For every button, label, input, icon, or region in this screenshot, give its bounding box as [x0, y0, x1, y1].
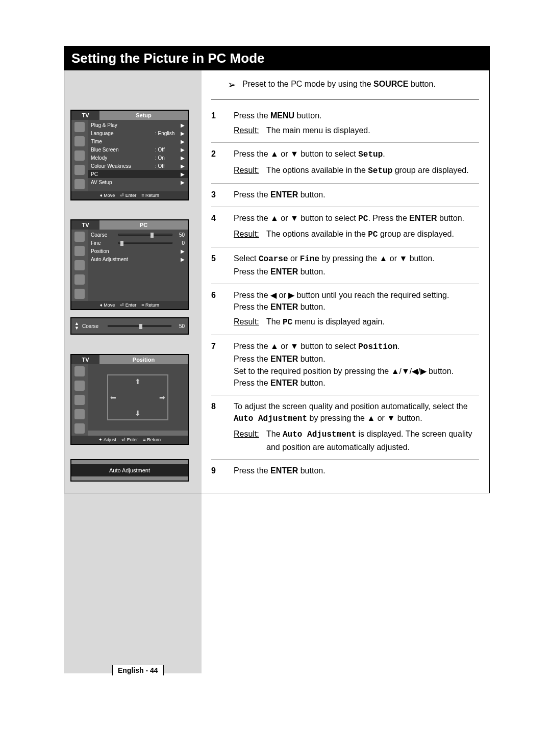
footer-adjust: Adjust: [104, 437, 116, 442]
osd-icon: [74, 260, 85, 270]
auto-adjustment-label: Auto Adjustment: [71, 460, 188, 481]
step: 3Press the ENTER button.: [211, 184, 479, 207]
osd-row: Auto Adjustment▶: [88, 255, 188, 263]
osd-pc-list: Coarse 50 Fine 0 Position▶Auto Adjustmen…: [88, 230, 188, 301]
osd-icon: [74, 122, 85, 132]
position-preview: ⬆ ⬇ ⬅ ➡: [88, 364, 188, 431]
osd-row: Time▶: [88, 137, 188, 145]
osd-icon: [74, 366, 85, 376]
osd-pc: TV PC Coarse 50 Fine 0 Position▶Auto Adj…: [70, 219, 189, 310]
osd-row: Language: English▶: [88, 129, 188, 137]
osd-tv-label: TV: [71, 355, 99, 364]
arrow-left-icon: ⬅: [110, 393, 116, 401]
note-arrow-icon: ➢: [228, 80, 236, 90]
osd-icon: [74, 423, 85, 434]
coarse-label: Coarse: [82, 323, 105, 329]
osd-row: AV Setup▶: [88, 178, 188, 186]
coarse-label: Coarse: [91, 232, 116, 238]
osd-icon: [74, 165, 85, 175]
preset-post: button.: [408, 80, 435, 88]
step: 5Select Coarse or Fine by pressing the ▲…: [211, 247, 479, 284]
step-number: 9: [211, 465, 234, 476]
osd-icon: [74, 395, 85, 405]
step: 2Press the ▲ or ▼ button to select Setup…: [211, 143, 479, 183]
osd-position-title: Position: [99, 355, 188, 364]
osd-icon: [74, 232, 85, 242]
step: 4Press the ▲ or ▼ button to select PC. P…: [211, 207, 479, 247]
fine-value: 0: [174, 240, 185, 246]
page-number: English - 44: [112, 665, 164, 675]
step-body: To adjust the screen quality and positio…: [234, 400, 479, 453]
coarse-value: 50: [174, 323, 185, 329]
osd-icon: [74, 381, 85, 391]
osd-icon: [74, 246, 85, 256]
osd-pc-title: PC: [99, 220, 188, 230]
step-number: 5: [211, 253, 234, 277]
osd-auto-adjustment: Auto Adjustment: [70, 459, 189, 482]
osd-footer: ♦ Move ⏎ Enter ≡ Return: [71, 191, 188, 199]
footer-enter: Enter: [126, 303, 137, 308]
osd-row: Position▶: [88, 247, 188, 255]
osd-setup: TV Setup Plug & Play▶Language: English▶T…: [70, 110, 189, 200]
step-body: Press the ▲ or ▼ button to select PC. Pr…: [234, 212, 479, 241]
step-body: Press the ◀ or ▶ button until you reach …: [234, 289, 479, 329]
footer-move: Move: [104, 193, 115, 198]
step-number: 4: [211, 212, 234, 241]
coarse-value: 50: [174, 232, 185, 238]
step: 7Press the ▲ or ▼ button to select Posit…: [211, 335, 479, 395]
osd-icon-column: [71, 120, 88, 191]
step-number: 8: [211, 400, 234, 453]
osd-icon: [74, 136, 85, 146]
arrow-up-icon: ⬆: [135, 377, 141, 386]
osd-icon-column: [71, 364, 88, 436]
osd-setup-list: Plug & Play▶Language: English▶Time▶Blue …: [88, 120, 188, 191]
footer-return: Return: [145, 303, 159, 308]
osd-row: PC▶: [88, 170, 188, 178]
osd-row: Blue Screen: Off▶: [88, 145, 188, 154]
osd-setup-title: Setup: [99, 111, 188, 120]
osd-row: Plug & Play▶: [88, 121, 188, 129]
preset-bold: SOURCE: [373, 80, 408, 88]
footer-return: Return: [147, 437, 161, 442]
osd-icon: [74, 274, 85, 285]
step-body: Press the ▲ or ▼ button to select Positi…: [234, 340, 479, 389]
osd-tv-label: TV: [71, 220, 99, 230]
osd-tv-label: TV: [71, 111, 99, 120]
fine-label: Fine: [91, 240, 116, 246]
footer-return: Return: [145, 193, 159, 198]
step-body: Press the MENU button.Result:The main me…: [234, 110, 479, 136]
step-number: 7: [211, 340, 234, 389]
step: 9Press the ENTER button.: [211, 460, 479, 483]
osd-icon: [74, 409, 85, 419]
osd-footer: ✦ Adjust ⏎ Enter ≡ Return: [71, 436, 188, 444]
step-number: 6: [211, 289, 234, 329]
step-number: 1: [211, 110, 234, 136]
step: 1Press the MENU button.Result:The main m…: [211, 105, 479, 143]
osd-icon: [74, 150, 85, 161]
osd-position: TV Position ⬆ ⬇ ⬅ ➡ ✦ Adjust ⏎ Enter ≡ R…: [70, 354, 189, 445]
fine-slider: Fine 0: [88, 239, 188, 247]
preset-pre: Preset to the PC mode by using the: [242, 80, 373, 88]
osd-row: Melody: On▶: [88, 154, 188, 162]
footer-enter: Enter: [126, 193, 137, 198]
osd-coarse-bar: ▲▼ Coarse 50: [70, 317, 189, 335]
osd-icon: [74, 179, 85, 189]
step: 6Press the ◀ or ▶ button until you reach…: [211, 284, 479, 336]
osd-footer: ♦ Move ⏎ Enter ≡ Return: [71, 301, 188, 309]
arrow-right-icon: ➡: [159, 393, 165, 401]
osd-icon-column: [71, 230, 88, 301]
step-number: 3: [211, 189, 234, 200]
preset-note: ➢ Preset to the PC mode by using the SOU…: [64, 70, 489, 99]
coarse-slider: Coarse 50: [88, 231, 188, 239]
step-body: Press the ENTER button.: [234, 189, 479, 200]
step-body: Select Coarse or Fine by pressing the ▲ …: [234, 253, 479, 277]
osd-icon: [74, 289, 85, 299]
footer-move: Move: [104, 303, 115, 308]
footer-enter: Enter: [127, 437, 138, 442]
step-body: Press the ▲ or ▼ button to select Setup.…: [234, 148, 479, 177]
updown-arrows-icon: ▲▼: [74, 321, 79, 331]
step: 8To adjust the screen quality and positi…: [211, 395, 479, 460]
step-number: 2: [211, 148, 234, 177]
osd-row: Colour Weakness: Off▶: [88, 162, 188, 170]
arrow-down-icon: ⬇: [135, 409, 141, 417]
